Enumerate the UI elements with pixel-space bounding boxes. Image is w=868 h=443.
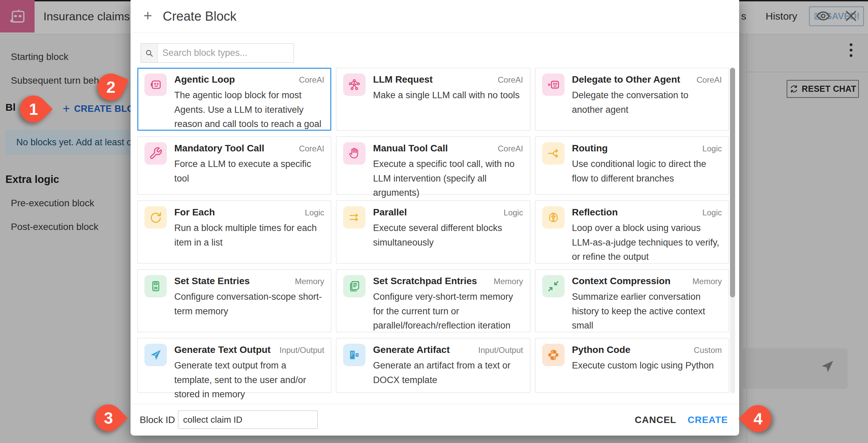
branch-arrows-icon — [542, 142, 565, 165]
parallel-arrows-icon — [343, 206, 366, 229]
block-name: Agentic Loop — [174, 74, 235, 85]
block-category: Logic — [305, 208, 324, 217]
create-block-modal: + Create Block Agentic Loop Co — [131, 0, 739, 436]
block-description: Generate text output from a template, se… — [174, 358, 324, 402]
robot-face-icon — [144, 73, 167, 96]
block-name: Python Code — [572, 344, 631, 355]
close-icon[interactable] — [843, 8, 859, 24]
network-graph-icon — [343, 73, 366, 96]
block-type-search — [141, 43, 294, 63]
block-card-mandatory-tool-call[interactable]: Mandatory Tool Call CoreAI Force a LLM t… — [137, 136, 331, 195]
block-card-llm-request[interactable]: LLM Request CoreAI Make a single LLM cal… — [336, 68, 530, 131]
block-category: Logic — [504, 208, 523, 217]
plus-icon: + — [143, 0, 152, 33]
robot-delegate-icon — [542, 73, 565, 96]
create-button[interactable]: CREATE — [688, 404, 728, 436]
block-description: Use conditional logic to direct the flow… — [572, 157, 722, 186]
hand-icon — [343, 142, 366, 165]
block-name: Manual Tool Call — [373, 143, 448, 154]
block-category: Memory — [295, 277, 324, 286]
block-name: Delegate to Other Agent — [572, 74, 680, 85]
compress-arrows-icon — [542, 275, 565, 297]
python-logo-icon — [542, 344, 565, 366]
block-description: Force a LLM to execute a specific tool — [174, 157, 324, 186]
preview-eye-icon[interactable] — [815, 8, 831, 24]
block-name: Parallel — [373, 207, 407, 218]
modal-footer: Block ID CANCEL CREATE — [131, 404, 739, 436]
block-category: Logic — [703, 208, 722, 217]
block-description: The agentic loop block for most Agents. … — [174, 88, 324, 131]
block-description: Loop over a block using various LLM-as-a… — [572, 221, 722, 264]
block-id-input[interactable] — [178, 410, 318, 429]
block-card-context-compression[interactable]: Context Compression Memory Summarize ear… — [535, 269, 729, 332]
block-category: Logic — [703, 144, 722, 153]
block-category: CoreAI — [299, 75, 324, 85]
block-name: Routing — [572, 143, 608, 154]
block-card-set-state-entries[interactable]: Set State Entries Memory Configure conve… — [137, 269, 331, 332]
scrollbar-thumb[interactable] — [730, 68, 735, 297]
modal-header: + Create Block — [131, 0, 739, 33]
block-name: LLM Request — [373, 74, 433, 85]
block-category: CoreAI — [498, 144, 523, 153]
block-category: Input/Output — [478, 345, 523, 355]
block-card-python-code[interactable]: Python Code Custom Execute custom logic … — [535, 338, 729, 393]
block-card-set-scratchpad-entries[interactable]: Set Scratchpad Entries Memory Configure … — [336, 269, 530, 332]
search-input[interactable] — [158, 44, 294, 62]
block-card-delegate-to-other-agent[interactable]: Delegate to Other Agent CoreAI Delegate … — [535, 68, 729, 131]
loop-arrow-icon — [144, 206, 167, 229]
modal-scrollbar — [730, 68, 735, 394]
block-name: Mandatory Tool Call — [174, 143, 264, 154]
block-description: Delegate the conversation to another age… — [572, 88, 722, 117]
block-card-reflection[interactable]: Reflection Logic Loop over a block using… — [535, 201, 729, 263]
block-name: Generate Artifact — [373, 344, 450, 355]
block-description: Execute several different blocks simulta… — [373, 221, 523, 250]
journal-icon — [144, 275, 167, 297]
block-card-manual-tool-call[interactable]: Manual Tool Call CoreAI Execute a specif… — [336, 136, 530, 195]
block-category: Custom — [694, 345, 722, 355]
block-card-routing[interactable]: Routing Logic Use conditional logic to d… — [535, 136, 729, 195]
paper-plane-icon — [144, 344, 167, 366]
block-card-generate-text-output[interactable]: Generate Text Output Input/Output Genera… — [137, 338, 331, 393]
block-card-parallel[interactable]: Parallel Logic Execute several different… — [336, 201, 530, 263]
block-description: Execute custom logic using Python — [572, 358, 722, 373]
block-name: Generate Text Output — [174, 344, 271, 355]
artifact-document-icon — [343, 344, 366, 366]
block-name: Reflection — [572, 207, 618, 218]
block-name: Set Scratchpad Entries — [373, 276, 477, 287]
block-description: Summarize earlier conversation history t… — [572, 290, 722, 333]
block-category: CoreAI — [299, 144, 324, 153]
block-card-generate-artifact[interactable]: Generate Artifact Input/Output Generate … — [336, 338, 530, 393]
block-description: Configure very-short-term memory for the… — [373, 290, 523, 333]
block-description: Make a single LLM call with no tools — [373, 88, 523, 103]
cancel-button[interactable]: CANCEL — [635, 404, 676, 436]
block-category: CoreAI — [498, 75, 523, 85]
search-icon — [141, 44, 158, 62]
brain-icon — [542, 206, 565, 229]
block-description: Execute a specific tool call, with no LL… — [373, 157, 523, 200]
block-name: For Each — [174, 207, 215, 218]
wrench-icon — [144, 142, 167, 165]
block-category: Memory — [692, 277, 722, 286]
block-name: Context Compression — [572, 276, 671, 287]
block-card-agentic-loop[interactable]: Agentic Loop CoreAI The agentic loop blo… — [137, 68, 331, 131]
block-description: Run a block multiple times for each item… — [174, 221, 324, 250]
block-name: Set State Entries — [174, 276, 250, 287]
block-category: CoreAI — [696, 75, 722, 85]
block-description: Generate an artifact from a text or DOCX… — [373, 358, 523, 387]
block-description: Configure conversation-scope short-term … — [174, 290, 324, 318]
block-card-for-each[interactable]: For Each Logic Run a block multiple time… — [137, 201, 331, 263]
block-category: Input/Output — [279, 345, 324, 355]
block-type-grid: Agentic Loop CoreAI The agentic loop blo… — [137, 68, 729, 393]
block-category: Memory — [494, 277, 523, 286]
notepad-icon — [343, 275, 366, 297]
block-id-label: Block ID — [140, 404, 175, 436]
modal-title: Create Block — [163, 0, 237, 33]
